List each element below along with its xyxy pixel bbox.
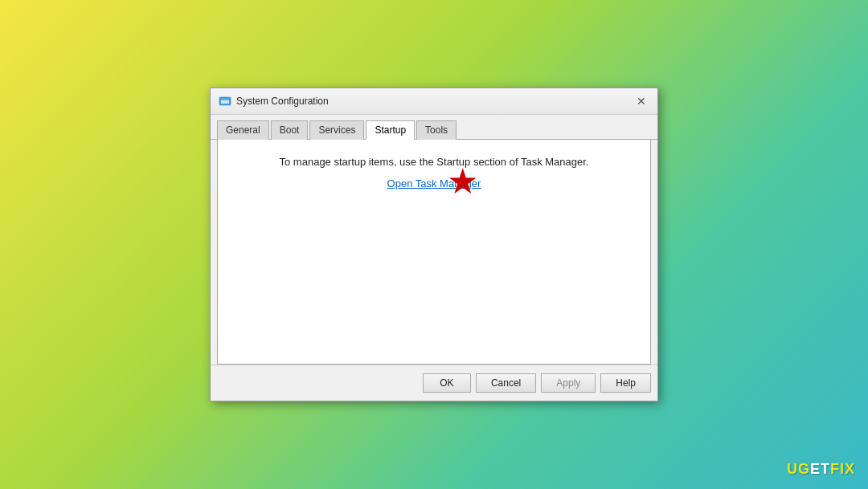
svg-rect-2 bbox=[221, 99, 229, 100]
watermark-highlight: UG bbox=[787, 461, 810, 477]
open-task-manager-link[interactable]: Open Task Manager bbox=[231, 177, 637, 189]
close-button[interactable]: ✕ bbox=[633, 93, 649, 109]
apply-button[interactable]: Apply bbox=[541, 373, 596, 393]
tab-boot[interactable]: Boot bbox=[271, 120, 309, 140]
help-button[interactable]: Help bbox=[600, 373, 651, 393]
title-bar-left: System Configuration bbox=[219, 95, 329, 108]
startup-message: To manage startup items, use the Startup… bbox=[231, 156, 637, 168]
cancel-button[interactable]: Cancel bbox=[476, 373, 536, 393]
tab-tools[interactable]: Tools bbox=[416, 120, 457, 140]
tab-general[interactable]: General bbox=[217, 120, 269, 140]
button-area: OK Cancel Apply Help bbox=[211, 365, 657, 401]
tab-bar: General Boot Services Startup Tools bbox=[211, 115, 657, 140]
tab-startup[interactable]: Startup bbox=[366, 120, 415, 140]
tab-services[interactable]: Services bbox=[309, 120, 364, 140]
watermark-fix: FIX bbox=[830, 461, 855, 477]
watermark: UGETFIX bbox=[787, 461, 855, 478]
system-configuration-dialog: System Configuration ✕ General Boot Serv… bbox=[210, 88, 658, 401]
ok-button[interactable]: OK bbox=[423, 373, 471, 393]
app-icon bbox=[219, 95, 231, 108]
dialog-title: System Configuration bbox=[236, 96, 329, 107]
content-area: To manage startup items, use the Startup… bbox=[217, 140, 651, 365]
watermark-suffix: ET bbox=[810, 461, 830, 477]
title-bar: System Configuration ✕ bbox=[211, 88, 657, 115]
